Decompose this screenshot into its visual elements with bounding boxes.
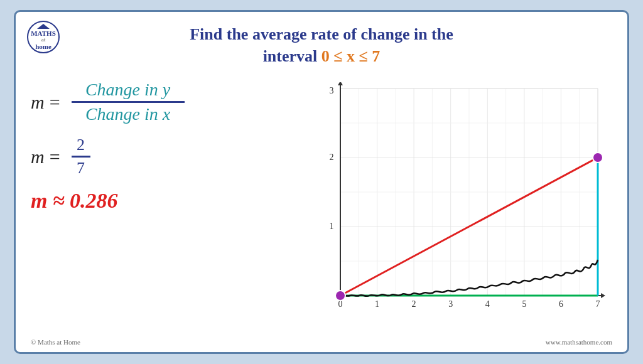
header-line2: interval 0 ≤ x ≤ 7: [31, 45, 612, 67]
fraction-change: Change in y Change in x: [72, 80, 185, 124]
y-label-2: 2: [330, 153, 334, 162]
logo: MATHS at home: [27, 21, 60, 53]
logo-roof-icon: [37, 24, 50, 29]
footer-right: www.mathsathome.com: [546, 338, 612, 346]
formula-slope-value: m = 2 7: [31, 136, 294, 178]
denominator-label: Change in x: [72, 103, 185, 124]
y-label-3: 3: [330, 86, 334, 95]
logo-maths: MATHS: [31, 29, 56, 37]
variable-m-1: m: [31, 92, 45, 113]
header-title: Find the average rate of change in the i…: [31, 23, 612, 67]
equals-sign-1: =: [50, 92, 60, 113]
formula-slope-approx: m ≈ 0.286: [31, 189, 294, 213]
graph-container: 1 2 3 4 5 6 7 0 1 2 3: [309, 82, 610, 327]
header-interval-value: 0 ≤ x ≤ 7: [322, 47, 381, 65]
x-label-7: 7: [596, 299, 600, 309]
graph-svg: 1 2 3 4 5 6 7 0 1 2 3: [309, 82, 610, 327]
x-axis-arrow: [601, 293, 605, 298]
formula-line-1: m = Change in y Change in x: [31, 80, 294, 124]
left-panel: m = Change in y Change in x m = 2 7: [31, 73, 294, 336]
formula-slope-definition: m = Change in y Change in x: [31, 80, 294, 124]
logo-home: home: [35, 43, 51, 50]
x-label-2: 2: [412, 299, 416, 309]
y-label-1: 1: [330, 222, 334, 231]
point-origin: [335, 291, 345, 301]
footer-left: © Maths at Home: [31, 338, 80, 346]
main-content: m = Change in y Change in x m = 2 7: [31, 73, 612, 336]
x-label-3: 3: [448, 299, 453, 309]
frac-numerator: 2: [72, 136, 90, 158]
equals-sign-2: =: [50, 146, 60, 168]
frac-denominator: 7: [72, 158, 90, 178]
header-interval-prefix: interval: [263, 47, 322, 65]
point-end: [593, 153, 603, 163]
x-label-1: 1: [375, 299, 379, 309]
footer: © Maths at Home www.mathsathome.com: [31, 338, 612, 346]
approx-text: m ≈ 0.286: [31, 189, 118, 213]
x-label-4: 4: [485, 299, 490, 309]
y-axis-arrow: [338, 82, 343, 85]
main-card: MATHS at home Find the average rate of c…: [14, 10, 629, 354]
header-line1: Find the average rate of change in the: [31, 23, 612, 45]
right-panel: 1 2 3 4 5 6 7 0 1 2 3: [307, 73, 612, 336]
logo-at: at: [41, 37, 46, 43]
x-label-5: 5: [522, 299, 526, 309]
fraction-2-7: 2 7: [72, 136, 90, 178]
variable-m-2: m: [31, 146, 45, 168]
numerator-label: Change in y: [72, 80, 185, 103]
x-label-6: 6: [559, 299, 563, 309]
